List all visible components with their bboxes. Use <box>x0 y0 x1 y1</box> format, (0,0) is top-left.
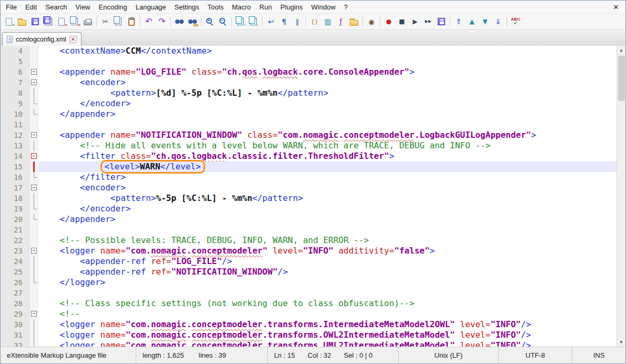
line-number[interactable]: 14 <box>1 151 30 161</box>
code-line[interactable]: <pattern>[%d] %-5p [%C:%L] - %m%n</patte… <box>38 88 617 98</box>
line-number[interactable]: 13 <box>1 140 30 151</box>
last-difference-icon[interactable]: ⇓ <box>492 15 504 28</box>
define-language-icon[interactable]: {} <box>308 15 321 28</box>
menu-item-macro[interactable]: Macro <box>228 2 255 13</box>
show-all-characters-icon[interactable]: ¶ <box>278 15 290 28</box>
zoom-out-icon[interactable]: − <box>217 15 229 28</box>
line-number[interactable]: 25 <box>1 267 30 277</box>
paste-icon[interactable] <box>125 15 138 28</box>
zoom-in-icon[interactable]: + <box>204 15 216 28</box>
code-line[interactable]: <!-- Class specific settings (not workin… <box>38 298 617 309</box>
fold-marker[interactable] <box>31 248 37 254</box>
new-file-icon[interactable]: + <box>3 15 15 28</box>
code-line[interactable]: <appender-ref ref="NOTIFICATION_WINDOW"/… <box>38 267 617 277</box>
code-line[interactable]: <logger name="com.nomagic.conceptmodeler… <box>38 330 617 340</box>
menu-item-help[interactable]: ? <box>340 2 352 13</box>
line-number[interactable]: 16 <box>1 172 30 183</box>
status-insert-mode[interactable]: INS <box>572 347 625 363</box>
line-number[interactable]: 19 <box>1 204 30 214</box>
line-number[interactable]: 11 <box>1 119 30 130</box>
line-number[interactable]: 21 <box>1 225 30 235</box>
function-list-icon[interactable]: ƒ <box>335 15 347 28</box>
code-line[interactable]: <pattern>%-5p [%C:%L] - %m%n</pattern> <box>38 193 617 204</box>
line-number[interactable]: 23 <box>1 246 30 256</box>
fold-marker[interactable] <box>31 79 37 85</box>
menu-item-settings[interactable]: Settings <box>170 2 204 13</box>
line-number[interactable]: 15 <box>1 161 30 172</box>
menu-item-encoding[interactable]: Encoding <box>95 2 132 13</box>
menu-item-run[interactable]: Run <box>255 2 276 13</box>
run-macro-multiple-times-icon[interactable]: ▶▶ <box>422 15 435 28</box>
status-cursor-position[interactable]: Ln : 15 Col : 32 Sel : 0 | 0 <box>268 347 399 363</box>
line-number[interactable]: 20 <box>1 214 30 225</box>
line-number[interactable]: 7 <box>1 77 30 88</box>
line-number[interactable]: 10 <box>1 109 30 119</box>
code-line[interactable]: <encoder> <box>38 77 617 88</box>
save-macro-icon[interactable] <box>435 15 448 28</box>
code-line[interactable]: </encoder> <box>38 98 617 109</box>
line-number[interactable]: 24 <box>1 256 30 267</box>
scrollbar-track[interactable] <box>617 55 625 338</box>
code-line[interactable]: <logger name="com.nomagic.conceptmodeler… <box>38 246 617 256</box>
scrollbar-thumb[interactable] <box>618 56 625 101</box>
code-line[interactable]: <logger name="com.nomagic.conceptmodeler… <box>38 319 617 330</box>
open-folder-icon[interactable] <box>16 15 28 28</box>
next-difference-icon[interactable]: ▼ <box>479 15 491 28</box>
find-icon[interactable] <box>173 15 186 28</box>
fold-marker[interactable] <box>31 69 37 75</box>
code-line[interactable] <box>38 288 617 298</box>
code-line[interactable]: <!-- <box>38 309 617 319</box>
line-number[interactable]: 6 <box>1 67 30 77</box>
code-line[interactable]: <appender name="NOTIFICATION_WINDOW" cla… <box>38 130 617 140</box>
code-line[interactable]: </logger> <box>38 277 617 288</box>
code-line[interactable]: <encoder> <box>38 183 617 193</box>
line-number[interactable]: 27 <box>1 288 30 298</box>
fold-marker[interactable] <box>31 132 37 138</box>
code-line[interactable]: <appender-ref ref="LOG_FILE"/> <box>38 256 617 267</box>
line-number[interactable]: 28 <box>1 298 30 309</box>
folder-as-workspace-icon[interactable] <box>348 15 360 28</box>
menu-item-file[interactable]: File <box>2 2 21 13</box>
record-macro-icon[interactable]: ● <box>382 15 395 28</box>
close-file-icon[interactable]: × <box>55 15 68 28</box>
menu-item-view[interactable]: View <box>72 2 95 13</box>
line-number[interactable]: 12 <box>1 130 30 140</box>
line-number[interactable]: 31 <box>1 330 30 340</box>
menu-item-search[interactable]: Search <box>41 2 71 13</box>
undo-icon[interactable]: ↶ <box>143 15 155 28</box>
document-tab[interactable]: ccmlogconfig.xml ✕ <box>2 32 82 46</box>
fold-marker[interactable] <box>31 153 37 159</box>
editor-area[interactable]: 4 <contextName>CCM</contextName>56 <appe… <box>1 46 625 347</box>
code-line[interactable]: </appender> <box>38 109 617 119</box>
monitoring-icon[interactable]: ◉ <box>365 15 378 28</box>
line-number[interactable]: 8 <box>1 88 30 98</box>
save-all-icon[interactable] <box>42 15 55 28</box>
close-all-files-icon[interactable]: × <box>68 15 81 28</box>
replace-icon[interactable]: ab <box>186 15 199 28</box>
sync-vertical-scroll-icon[interactable]: ↕ <box>234 15 247 28</box>
menu-item-window[interactable]: Window <box>307 2 340 13</box>
previous-difference-icon[interactable]: ▲ <box>466 15 478 28</box>
current-code-line[interactable]: <level>WARN</level> <box>38 161 617 172</box>
save-icon[interactable] <box>29 15 42 28</box>
cut-icon[interactable]: ✂ <box>99 15 112 28</box>
line-number[interactable]: 29 <box>1 309 30 319</box>
vertical-scrollbar[interactable]: ▲ ▼ <box>617 46 625 347</box>
play-macro-icon[interactable]: ▶ <box>409 15 421 28</box>
line-number[interactable]: 9 <box>1 98 30 109</box>
line-number[interactable]: 22 <box>1 235 30 246</box>
first-difference-icon[interactable]: ⇑ <box>452 15 465 28</box>
menu-item-plugins[interactable]: Plugins <box>276 2 307 13</box>
sync-horizontal-scroll-icon[interactable]: ↔ <box>247 15 260 28</box>
spell-check-icon[interactable]: ABC✔ <box>509 15 522 28</box>
menu-item-language[interactable]: Language <box>132 2 170 13</box>
code-line[interactable]: <logger name="com.nomagic.conceptmodeler… <box>38 340 617 347</box>
fold-marker[interactable] <box>31 311 37 317</box>
code-line[interactable] <box>38 56 617 67</box>
line-number[interactable]: 17 <box>1 183 30 193</box>
scroll-down-button[interactable]: ▼ <box>617 338 625 347</box>
code-line[interactable]: </appender> <box>38 214 617 225</box>
word-wrap-icon[interactable]: ↩ <box>265 15 277 28</box>
code-editor[interactable]: 4 <contextName>CCM</contextName>56 <appe… <box>1 46 617 347</box>
code-line[interactable]: <!-- Possible levels: TRACE, DEBUG, INFO… <box>38 235 617 246</box>
